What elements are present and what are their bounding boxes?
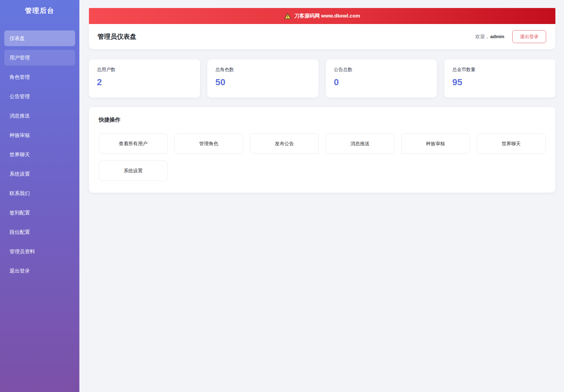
quick-action-button[interactable]: 种族审核 — [401, 134, 470, 154]
quick-action-button[interactable]: 世界聊天 — [477, 134, 546, 154]
stat-value: 0 — [334, 77, 429, 87]
sidebar-item[interactable]: 角色管理 — [4, 69, 75, 85]
stat-value: 50 — [215, 77, 310, 87]
username: admin — [490, 34, 504, 39]
sidebar: 管理后台 仪表盘用户管理角色管理公告管理消息推送种族审核世界聊天系统设置联系我们… — [0, 0, 79, 392]
sidebar-item[interactable]: 退出登录 — [4, 263, 75, 279]
stats-row: 总用户数2总角色数50公告总数0总金币数量95 — [89, 59, 555, 98]
stat-value: 95 — [452, 77, 547, 87]
stat-card: 总金币数量95 — [444, 59, 555, 98]
stat-label: 总金币数量 — [452, 67, 547, 73]
stat-label: 总角色数 — [215, 67, 310, 73]
quick-action-button[interactable]: 系统设置 — [99, 161, 168, 181]
sidebar-item[interactable]: 联系我们 — [4, 186, 75, 201]
quick-actions-card: 快捷操作 查看所有用户管理角色发布公告消息推送种族审核世界聊天系统设置 — [89, 107, 555, 193]
sidebar-nav: 仪表盘用户管理角色管理公告管理消息推送种族审核世界聊天系统设置联系我们签到配置段… — [0, 30, 79, 279]
quick-action-button[interactable]: 管理角色 — [174, 134, 243, 154]
quick-action-button[interactable]: 查看所有用户 — [99, 134, 168, 154]
header-right: 欢迎，admin 退出登录 — [475, 30, 546, 43]
banner-text: 刀客源码网 www.dkewl.com — [294, 13, 360, 19]
warning-triangle-icon — [284, 13, 291, 19]
sidebar-item[interactable]: 仪表盘 — [4, 30, 75, 46]
quick-actions-title: 快捷操作 — [99, 116, 546, 123]
sidebar-item[interactable]: 用户管理 — [4, 50, 75, 66]
welcome-text: 欢迎，admin — [475, 34, 504, 40]
sidebar-item[interactable]: 消息推送 — [4, 108, 75, 124]
admin-app: 管理后台 仪表盘用户管理角色管理公告管理消息推送种族审核世界聊天系统设置联系我们… — [0, 0, 564, 392]
stat-label: 总用户数 — [97, 67, 192, 73]
logout-button[interactable]: 退出登录 — [512, 30, 546, 43]
sidebar-item[interactable]: 系统设置 — [4, 166, 75, 182]
page-title: 管理员仪表盘 — [98, 32, 136, 41]
welcome-prefix: 欢迎， — [475, 34, 490, 39]
stat-card: 公告总数0 — [326, 59, 437, 98]
main-content: 刀客源码网 www.dkewl.com 管理员仪表盘 欢迎，admin 退出登录… — [79, 0, 564, 392]
quick-action-button[interactable]: 消息推送 — [326, 134, 394, 154]
notice-banner: 刀客源码网 www.dkewl.com — [89, 8, 555, 24]
stat-card: 总角色数50 — [207, 59, 318, 98]
quick-action-button[interactable]: 发布公告 — [250, 134, 319, 154]
app-title: 管理后台 — [0, 6, 79, 15]
stat-card: 总用户数2 — [89, 59, 200, 98]
quick-actions-grid: 查看所有用户管理角色发布公告消息推送种族审核世界聊天系统设置 — [99, 134, 546, 181]
stat-value: 2 — [97, 77, 192, 87]
stat-label: 公告总数 — [334, 67, 429, 73]
sidebar-item[interactable]: 世界聊天 — [4, 147, 75, 162]
sidebar-item[interactable]: 种族审核 — [4, 127, 75, 143]
sidebar-item[interactable]: 管理员资料 — [4, 244, 75, 259]
page-header: 管理员仪表盘 欢迎，admin 退出登录 — [89, 24, 555, 49]
sidebar-item[interactable]: 签到配置 — [4, 205, 75, 221]
sidebar-item[interactable]: 段位配置 — [4, 224, 75, 240]
sidebar-item[interactable]: 公告管理 — [4, 89, 75, 104]
